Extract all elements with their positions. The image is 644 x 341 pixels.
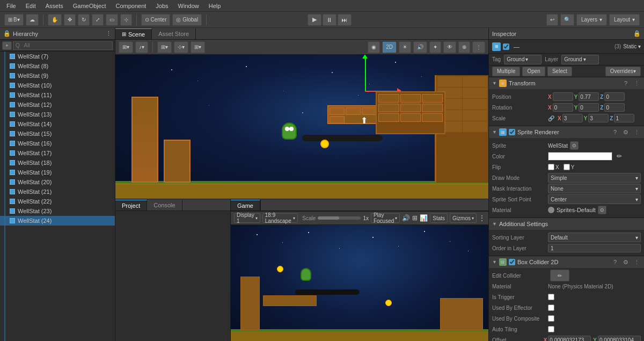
layer-dropdown[interactable]: Ground ▾ [561,55,599,64]
audio-on-btn[interactable]: 🔊 [413,41,427,53]
overlay-btn[interactable]: ⊞▾ [157,41,172,53]
rect-tool-button[interactable]: ▭ [106,14,118,26]
hierarchy-search-input[interactable] [13,41,113,50]
flip-y-checkbox[interactable] [564,164,570,170]
inspector-scroll[interactable]: ⊞ — (3) Static ▾ Tag Ground ▾ Layer Grou… [489,40,644,341]
pivot-button[interactable]: ⊙ Center [141,14,171,26]
edit-collider-button[interactable]: ✏ [550,270,569,281]
used-by-effector-checkbox[interactable] [548,304,554,311]
list-item[interactable]: WellStat (14) [0,119,115,129]
shading-mode-btn[interactable]: ⊞▾ [119,41,133,53]
pos-z-input[interactable] [604,92,625,101]
step-button[interactable]: ⏭ [338,14,352,26]
list-item[interactable]: WellStat (10) [0,81,115,90]
transform-menu-icon[interactable]: ⋮ [632,79,641,88]
search-button[interactable]: 🔍 [560,14,574,26]
menu-edit[interactable]: Edit [21,2,40,10]
list-item[interactable]: WellStat (9) [0,71,115,81]
sprite-renderer-menu-icon[interactable]: ⋮ [632,128,641,136]
stats-btn[interactable]: Stats [430,213,448,223]
scale-z-input[interactable] [614,114,634,122]
play-button[interactable]: ▶ [308,14,321,26]
maximize-icon[interactable]: ⊞ [412,214,418,222]
layout-dropdown[interactable]: Layout ▾ [609,14,640,26]
mask-interaction-dropdown[interactable]: None ▾ [548,184,641,193]
select-button[interactable]: Select [547,67,572,76]
auto-tiling-checkbox[interactable] [548,326,554,332]
menu-help[interactable]: Help [204,2,225,10]
transform-header[interactable]: ▼ ⊕ Transform ? ⋮ [489,77,644,89]
2d-btn[interactable]: 2D [382,41,397,53]
overrides-button[interactable]: Overrides ▾ [605,67,641,76]
pause-button[interactable]: ⏸ [323,14,336,26]
rot-x-input[interactable] [553,103,573,112]
sprite-pick-button[interactable]: ⊙ [570,141,579,150]
more-scene-btn[interactable]: ⋮ [472,41,485,53]
sprite-renderer-enable-checkbox[interactable] [509,129,515,135]
global-button[interactable]: ◎ Global [172,14,202,26]
panel-menu-icon[interactable]: ⋮ [479,214,485,222]
list-item[interactable]: WellStat (11) [0,90,115,100]
multiple-button[interactable]: Multiple [492,67,520,76]
list-item[interactable]: WellStat (21) [0,187,115,197]
list-item[interactable]: WellStat (8) [0,61,115,71]
list-item[interactable]: WellStat (7) [0,52,115,61]
offset-y-input[interactable] [598,336,641,341]
gizmos-btn[interactable]: Gizmos ▾ [450,213,477,223]
menu-jobs[interactable]: Jobs [151,2,172,10]
offset-x-input[interactable] [548,336,591,341]
grid-btn[interactable]: ⊞▾ [191,41,205,53]
list-item[interactable]: WellStat (24) [0,216,115,226]
draw-mode-dropdown[interactable]: Simple ▾ [548,173,641,183]
list-item[interactable]: WellStat (20) [0,177,115,187]
menu-file[interactable]: File [2,2,20,10]
audio-btn[interactable]: ♪▾ [135,41,148,53]
flip-x-checkbox[interactable] [548,164,554,170]
hierarchy-add-btn[interactable]: + [2,41,12,50]
sprite-renderer-settings-icon[interactable]: ⚙ [621,128,630,136]
box-collider-enable-checkbox[interactable] [509,259,515,265]
game-view[interactable] [231,225,488,341]
box-collider-header[interactable]: ▼ ⊟ Box Collider 2D ? ⚙ ⋮ [489,256,644,268]
color-swatch[interactable] [548,152,612,161]
box-collider-settings-icon[interactable]: ⚙ [621,258,630,266]
tab-project[interactable]: Project [115,200,147,211]
rotate-tool-button[interactable]: ↻ [78,14,90,26]
hierarchy-menu-icon[interactable]: ⋮ [106,30,112,37]
effect-btn[interactable]: ✦ [429,41,441,53]
game-display-dropdown[interactable]: Display 1 ▾ [234,213,260,223]
menu-gameobject[interactable]: GameObject [69,2,111,10]
tab-game[interactable]: Game [231,200,260,211]
inspector-lock-icon[interactable]: 🔒 [633,30,641,37]
list-item[interactable]: WellStat (18) [0,158,115,168]
menu-component[interactable]: Component [111,2,150,10]
list-item[interactable]: WellStat (15) [0,129,115,139]
material-pick-button[interactable]: ⊙ [598,206,606,214]
menu-assets[interactable]: Assets [41,2,68,10]
play-focused-dropdown[interactable]: Play Focused ▾ [371,213,400,223]
list-item[interactable]: WellStat (22) [0,197,115,206]
layers-dropdown[interactable]: Layers ▾ [576,14,607,26]
scale-x-input[interactable] [562,114,583,122]
undo-button[interactable]: ↩ [546,14,558,26]
account-button[interactable]: ⊞ B▾ [4,14,24,26]
box-collider-help-icon[interactable]: ? [611,258,619,266]
additional-settings-header[interactable]: ▼ Additional Settings [489,218,644,230]
scale-tool-button[interactable]: ⤢ [92,14,104,26]
nav-btn[interactable]: ⊕ [458,41,470,53]
tab-scene[interactable]: ⊞ Scene [115,28,152,39]
hierarchy-lock-icon[interactable]: 🔒 [3,30,11,37]
list-item[interactable]: WellStat (23) [0,206,115,216]
color-eyedropper-icon[interactable]: ✏ [617,153,622,160]
move-tool-button[interactable]: ✥ [64,14,76,26]
list-item[interactable]: WellStat (16) [0,139,115,148]
object-enable-checkbox[interactable] [503,43,509,50]
hidden-btn[interactable]: 👁 [443,41,456,53]
open-button[interactable]: Open [522,67,545,76]
sprite-sort-dropdown[interactable]: Center ▾ [548,194,641,204]
order-in-layer-input[interactable] [548,244,641,252]
tab-console[interactable]: Console [147,200,182,211]
used-by-composite-checkbox[interactable] [548,315,554,322]
static-dropdown[interactable]: Static ▾ [623,43,641,49]
scale-link-icon[interactable]: 🔗 [548,115,554,121]
